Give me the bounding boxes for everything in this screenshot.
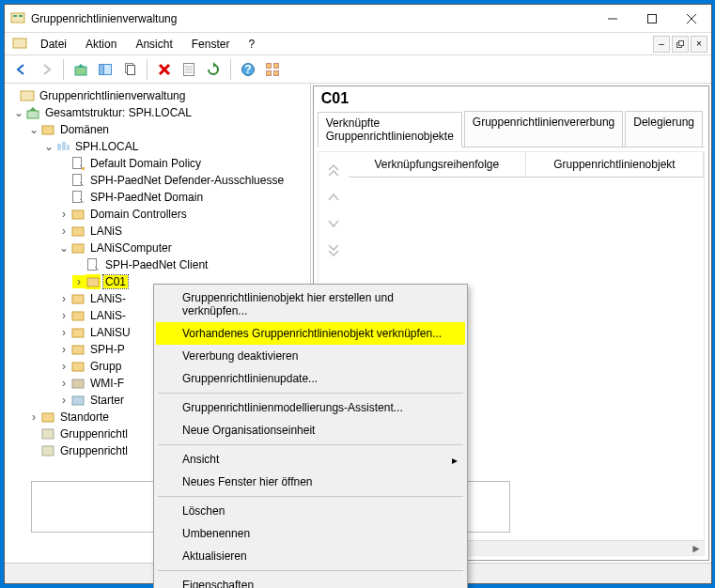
svg-rect-26	[274, 70, 279, 75]
menu-hilfe[interactable]: ?	[239, 34, 264, 54]
svg-rect-25	[267, 70, 272, 75]
chevron-right-icon[interactable]: ›	[57, 224, 70, 238]
column-gpo[interactable]: Gruppenrichtlinienobjekt	[526, 152, 704, 177]
tab-inheritance[interactable]: Gruppenrichtlinienvererbung	[464, 111, 623, 147]
context-menu: Gruppenrichtlinienobjekt hier erstellen …	[153, 284, 468, 588]
move-down-button[interactable]	[323, 214, 344, 233]
svg-rect-41	[87, 278, 99, 286]
tree-laniscomputer[interactable]: ⌄LANiSComputer	[5, 240, 310, 256]
help-button[interactable]: ?	[237, 58, 259, 81]
tree-paednet-domain[interactable]: SPH-PaedNet Domain	[5, 189, 310, 206]
svg-rect-10	[75, 67, 86, 75]
svg-rect-35	[73, 175, 82, 186]
svg-rect-44	[72, 329, 84, 337]
svg-rect-42	[72, 295, 84, 303]
cm-new-ou[interactable]: Neue Organisationseinheit	[156, 419, 465, 441]
chevron-down-icon[interactable]: ⌄	[27, 123, 40, 136]
svg-rect-49	[42, 413, 54, 422]
move-top-button[interactable]	[323, 162, 344, 180]
properties-button[interactable]	[178, 58, 200, 81]
svg-rect-4	[648, 14, 657, 23]
cm-view-submenu[interactable]: Ansicht▸	[156, 448, 465, 471]
mdi-restore-button[interactable]	[672, 36, 689, 53]
chevron-down-icon[interactable]: ⌄	[57, 241, 70, 255]
tree-defender-ausschluesse[interactable]: SPH-PaedNet Defender-Ausschluesse	[5, 172, 310, 189]
svg-rect-29	[42, 126, 54, 134]
svg-rect-46	[72, 363, 84, 371]
svg-rect-31	[62, 142, 66, 150]
svg-text:?: ?	[244, 63, 251, 76]
minimize-button[interactable]	[593, 6, 632, 32]
svg-rect-45	[72, 346, 84, 354]
back-button[interactable]	[10, 58, 33, 81]
tree-forest[interactable]: ⌄Gesamtstruktur: SPH.LOCAL	[5, 104, 310, 121]
menu-datei[interactable]: Datei	[31, 34, 76, 54]
detail-title: C01	[314, 86, 708, 107]
close-button[interactable]	[672, 6, 711, 32]
svg-rect-47	[72, 379, 84, 388]
svg-rect-32	[67, 145, 70, 150]
tab-linked-gpos[interactable]: Verknüpfte Gruppenrichtlinienobjekte	[318, 112, 462, 147]
cm-refresh[interactable]: Aktualisieren	[156, 545, 465, 567]
show-hide-tree-button[interactable]	[94, 58, 117, 81]
move-bottom-button[interactable]	[323, 240, 344, 259]
chevron-right-icon[interactable]: ›	[72, 275, 85, 288]
cm-block-inheritance[interactable]: Vererbung deaktivieren	[156, 345, 465, 367]
svg-rect-34	[82, 167, 85, 170]
tile-button[interactable]	[261, 58, 284, 81]
svg-rect-48	[72, 396, 84, 405]
svg-rect-2	[19, 15, 23, 17]
forward-button[interactable]	[35, 58, 57, 81]
tree-default-domain-policy[interactable]: Default Domain Policy	[5, 155, 310, 172]
up-button[interactable]	[70, 58, 92, 81]
chevron-right-icon[interactable]: ›	[57, 208, 70, 221]
menu-aktion[interactable]: Aktion	[76, 34, 126, 54]
cm-new-window[interactable]: Neues Fenster hier öffnen	[156, 471, 465, 493]
cm-rename[interactable]: Umbenennen	[156, 522, 465, 545]
cm-gp-update[interactable]: Gruppenrichtlinienupdate...	[156, 367, 465, 390]
tree-domains[interactable]: ⌄Domänen	[5, 121, 310, 138]
separator	[158, 393, 463, 394]
cm-gp-modeling-wizard[interactable]: Gruppenrichtlinienmodellierungs-Assisten…	[156, 396, 465, 419]
delete-button[interactable]	[153, 58, 176, 81]
scroll-right-icon[interactable]: ►	[689, 541, 704, 556]
refresh-button[interactable]	[202, 58, 225, 81]
cm-properties[interactable]: Eigenschaften	[156, 574, 465, 588]
separator	[158, 444, 463, 445]
mdi-minimize-button[interactable]: –	[653, 36, 670, 53]
tree-domain-sph[interactable]: ⌄SPH.LOCAL	[5, 138, 310, 155]
svg-rect-36	[73, 192, 82, 203]
cm-link-existing-gpo[interactable]: Vorhandenes Gruppenrichtlinienobjekt ver…	[156, 322, 465, 345]
column-link-order[interactable]: Verknüpfungsreihenfolge	[349, 152, 526, 177]
svg-rect-33	[73, 158, 82, 169]
chevron-right-icon: ▸	[452, 454, 458, 467]
cm-create-and-link-gpo[interactable]: Gruppenrichtlinienobjekt hier erstellen …	[156, 286, 465, 322]
svg-rect-7	[13, 39, 26, 48]
svg-rect-30	[57, 144, 61, 150]
copy-button[interactable]	[118, 58, 141, 81]
svg-rect-27	[21, 91, 34, 101]
svg-rect-28	[27, 111, 39, 118]
cm-delete[interactable]: Löschen	[156, 500, 465, 522]
grid-header: Verknüpfungsreihenfolge Gruppenrichtlini…	[349, 152, 704, 178]
svg-rect-23	[267, 63, 272, 68]
window-title: Gruppenrichtlinienverwaltung	[31, 12, 593, 25]
chevron-down-icon[interactable]: ⌄	[42, 140, 55, 153]
tree-paednet-client[interactable]: SPH-PaedNet Client	[5, 256, 310, 273]
tree-domain-controllers[interactable]: ›Domain Controllers	[5, 206, 310, 223]
svg-rect-0	[11, 13, 24, 23]
mdi-close-button[interactable]: ×	[691, 36, 707, 53]
svg-rect-40	[88, 259, 97, 271]
tree-lanis[interactable]: ›LANiS	[5, 223, 310, 240]
tab-delegation[interactable]: Delegierung	[625, 111, 703, 147]
menu-ansicht[interactable]: Ansicht	[126, 34, 181, 54]
maximize-button[interactable]	[632, 6, 672, 32]
tree-root[interactable]: Gruppenrichtlinienverwaltung	[5, 87, 310, 104]
titlebar: Gruppenrichtlinienverwaltung	[5, 5, 711, 33]
move-up-button[interactable]	[323, 188, 344, 207]
separator	[158, 570, 463, 571]
menu-fenster[interactable]: Fenster	[182, 34, 240, 54]
svg-rect-24	[274, 63, 279, 68]
svg-rect-1	[13, 15, 17, 17]
chevron-down-icon[interactable]: ⌄	[12, 106, 25, 119]
